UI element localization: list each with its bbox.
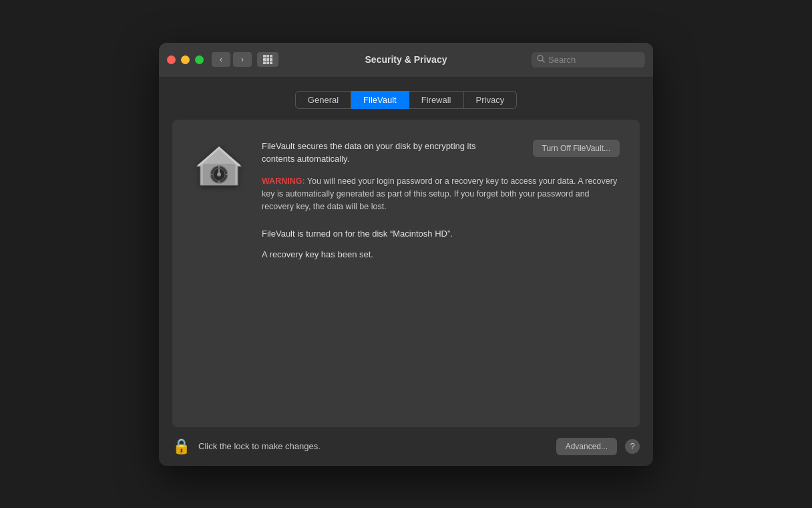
filevault-status-recovery: A recovery key has been set.: [262, 248, 620, 261]
zoom-button[interactable]: [195, 55, 204, 64]
bottom-bar: 🔒 Click the lock to make changes. Advanc…: [159, 427, 653, 466]
svg-rect-0: [263, 55, 266, 57]
search-icon: [537, 55, 545, 65]
nav-buttons: ‹ ›: [212, 52, 278, 67]
tab-firewall[interactable]: Firewall: [409, 91, 464, 109]
help-button[interactable]: ?: [625, 439, 640, 454]
content-area: General FileVault Firewall Privacy: [159, 78, 653, 427]
search-box[interactable]: [532, 52, 645, 68]
tab-privacy[interactable]: Privacy: [464, 91, 518, 109]
search-input[interactable]: [548, 55, 640, 65]
titlebar: ‹ › Security & Privacy: [159, 43, 653, 78]
svg-rect-8: [270, 61, 272, 64]
window-title: Security & Privacy: [365, 54, 447, 65]
svg-rect-2: [270, 55, 272, 57]
svg-rect-3: [263, 58, 266, 61]
svg-rect-6: [263, 61, 266, 64]
panel-right: FileVault secures the data on your disk …: [262, 140, 620, 269]
tab-filevault[interactable]: FileVault: [351, 91, 409, 109]
svg-line-10: [542, 60, 544, 62]
panel-header: FileVault secures the data on your disk …: [262, 140, 620, 166]
svg-rect-4: [266, 58, 269, 61]
close-button[interactable]: [167, 55, 176, 64]
tab-general[interactable]: General: [295, 91, 351, 109]
panel-inner: FileVault secures the data on your disk …: [192, 140, 620, 269]
turn-off-filevault-button[interactable]: Turn Off FileVault...: [533, 140, 620, 157]
traffic-lights: [167, 55, 204, 64]
svg-rect-1: [266, 55, 269, 57]
warning-message: WARNING: You will need your login passwo…: [262, 175, 620, 214]
filevault-icon: [192, 140, 246, 193]
filevault-status-disk: FileVault is turned on for the disk “Mac…: [262, 227, 620, 241]
back-button[interactable]: ‹: [212, 52, 230, 67]
lock-icon[interactable]: 🔒: [172, 438, 190, 455]
lock-text: Click the lock to make changes.: [198, 441, 548, 451]
tab-bar: General FileVault Firewall Privacy: [172, 91, 640, 109]
minimize-button[interactable]: [181, 55, 190, 64]
svg-rect-7: [266, 61, 269, 64]
forward-button[interactable]: ›: [233, 52, 252, 67]
warning-body: You will need your login password or a r…: [262, 176, 617, 212]
filevault-description: FileVault secures the data on your disk …: [262, 140, 489, 166]
filevault-panel: FileVault secures the data on your disk …: [172, 120, 640, 427]
advanced-button[interactable]: Advanced...: [556, 438, 617, 455]
warning-label: WARNING:: [262, 176, 305, 186]
grid-button[interactable]: [257, 52, 278, 67]
main-window: ‹ › Security & Privacy: [159, 43, 653, 466]
svg-rect-5: [270, 58, 272, 61]
